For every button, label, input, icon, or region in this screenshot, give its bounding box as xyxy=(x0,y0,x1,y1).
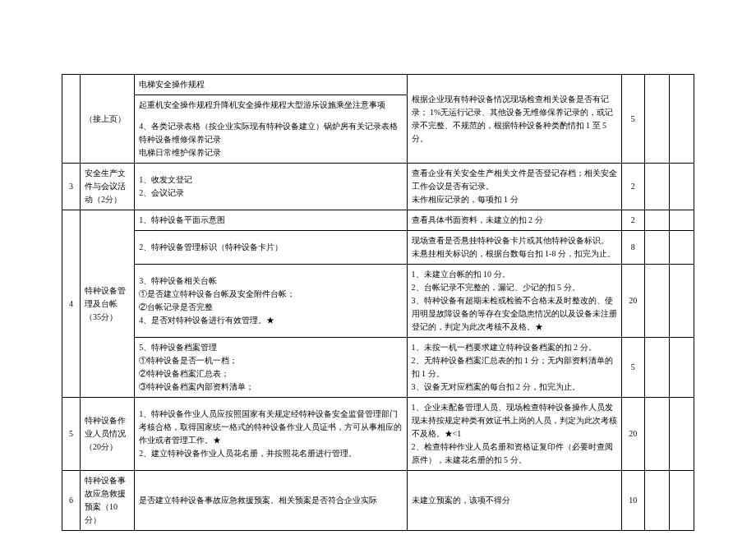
cell-cat: 特种设备管理及台帐（35分） xyxy=(81,210,135,398)
cell-crit: 现场查看是否悬挂特种设备卡片或其他特种设备标识。 未悬挂相关标识的，根据台数每台… xyxy=(407,231,621,265)
cell-item: 1、收发文登记 2、会议记录 xyxy=(135,164,407,210)
cell-empty xyxy=(644,338,669,398)
cell-empty xyxy=(669,338,694,398)
cell-num: 5 xyxy=(62,398,81,471)
cell-crit: 1、未建立台帐的扣 10 分。 2、台帐记录不完整的，漏记、少记的扣 5 分。 … xyxy=(407,265,621,338)
cell-score: 5 xyxy=(621,338,644,398)
cell-item: 5、特种设备档案管理 ①特种设备是否一机一档； ②特种设备档案汇总表； ③特种设… xyxy=(135,338,407,398)
cell-empty xyxy=(644,75,669,164)
cell-empty xyxy=(669,75,694,164)
cell-empty xyxy=(669,231,694,265)
cell-crit: 1、企业未配备管理人员、现场检查特种设备操作人员发现未持按规定种类有效证书上岗的… xyxy=(407,398,621,471)
cell-crit: 根据企业现有特种设备情况现场检查相关设备是否有记录； 1%无运行记录、其他设备无… xyxy=(407,75,621,164)
cell-score: 20 xyxy=(621,265,644,338)
cell-cat: 特种设备事故应急救援预案（10分） xyxy=(81,471,135,531)
cell-crit: 查看具体书面资料，未建立的扣 2 分 xyxy=(407,210,621,231)
cell-empty xyxy=(669,265,694,338)
cell-empty xyxy=(644,471,669,531)
cell-item: 1、特种设备作业人员应按照国家有关规定经特种设备安全监督管理部门考核合格，取得国… xyxy=(135,398,407,471)
cell-item: 电梯安全操作规程 xyxy=(135,75,407,95)
text-block: 4、各类记录表格（按企业实际现有特种设备建立）锅炉房有关记录表格 特种设备维修保… xyxy=(139,120,402,159)
cell-item: 3、特种设备相关台帐 ①是否建立特种设备台帐及安全附件台帐； ②台帐记录是否完整… xyxy=(135,265,407,338)
cell-crit: 未建立预案的，该项不得分 xyxy=(407,471,621,531)
cell-num xyxy=(62,75,81,164)
cell-empty xyxy=(669,164,694,210)
document-wrap: （接上页） 电梯安全操作规程 根据企业现有特种设备情况现场检查相关设备是否有记录… xyxy=(62,74,694,535)
table-row: 4 特种设备管理及台帐（35分） 1、特种设备平面示意图 查看具体书面资料，未建… xyxy=(62,210,694,231)
cell-item: 1、特种设备平面示意图 xyxy=(135,210,407,231)
assessment-table: （接上页） 电梯安全操作规程 根据企业现有特种设备情况现场检查相关设备是否有记录… xyxy=(62,74,694,531)
cell-empty xyxy=(669,210,694,231)
cell-crit: 查看企业有关安全生产相关文件是否登记存档；相关安全工作会议是否有记录。 未作相应… xyxy=(407,164,621,210)
cell-empty xyxy=(644,210,669,231)
table-row: 6 特种设备事故应急救援预案（10分） 是否建立特种设备事故应急救援预案。相关预… xyxy=(62,471,694,531)
cell-score: 10 xyxy=(621,471,644,531)
cell-score: 8 xyxy=(621,231,644,265)
cell-score: 2 xyxy=(621,164,644,210)
cell-num: 3 xyxy=(62,164,81,210)
cell-empty xyxy=(644,265,669,338)
cell-cat: 特种设备作业人员情况（20分） xyxy=(81,398,135,471)
cell-item: 是否建立特种设备事故应急救援预案。相关预案是否符合企业实际 xyxy=(135,471,407,531)
cell-num: 4 xyxy=(62,210,81,398)
cell-cat: 安全生产文件与会议活动（2分） xyxy=(81,164,135,210)
table-row: 5 特种设备作业人员情况（20分） 1、特种设备作业人员应按照国家有关规定经特种… xyxy=(62,398,694,471)
text-block: 起重机安全操作规程升降机安全操作规程大型游乐设施乘坐注意事项 xyxy=(139,99,402,112)
table-row: （接上页） 电梯安全操作规程 根据企业现有特种设备情况现场检查相关设备是否有记录… xyxy=(62,75,694,95)
cell-score: 2 xyxy=(621,210,644,231)
cell-empty xyxy=(669,471,694,531)
cell-score: 5 xyxy=(621,75,644,164)
cell-empty xyxy=(669,398,694,471)
table-row: 2、特种设备管理标识（特种设备卡片） 现场查看是否悬挂特种设备卡片或其他特种设备… xyxy=(62,231,694,265)
cell-cat: （接上页） xyxy=(81,75,135,164)
cell-empty xyxy=(644,398,669,471)
cell-score: 20 xyxy=(621,398,644,471)
table-row: 3、特种设备相关台帐 ①是否建立特种设备台帐及安全附件台帐； ②台帐记录是否完整… xyxy=(62,265,694,338)
cell-item: 2、特种设备管理标识（特种设备卡片） xyxy=(135,231,407,265)
table-row: 5、特种设备档案管理 ①特种设备是否一机一档； ②特种设备档案汇总表； ③特种设… xyxy=(62,338,694,398)
cell-num: 6 xyxy=(62,471,81,531)
cell-item: 起重机安全操作规程升降机安全操作规程大型游乐设施乘坐注意事项 4、各类记录表格（… xyxy=(135,95,407,164)
cell-empty xyxy=(644,164,669,210)
cell-empty xyxy=(644,231,669,265)
table-row: 3 安全生产文件与会议活动（2分） 1、收发文登记 2、会议记录 查看企业有关安… xyxy=(62,164,694,210)
cell-crit: 1、未按一机一档要求建立特种设备档案的扣 2 分。 2、无特种设备档案汇总表的扣… xyxy=(407,338,621,398)
